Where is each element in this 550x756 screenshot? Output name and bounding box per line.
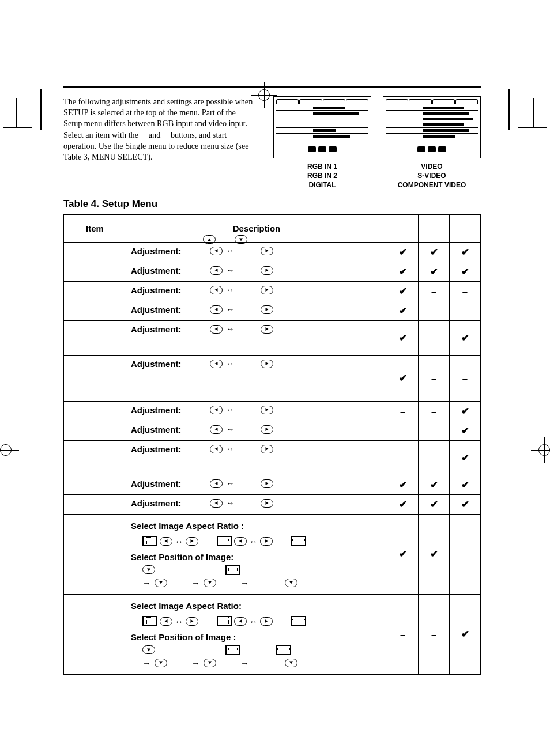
check-icon: ✔ [399, 332, 407, 343]
right-button-icon [260, 537, 273, 546]
right-button-icon [261, 305, 273, 314]
table-row: Select Image Aspect Ratio :↔↔Select Posi… [64, 514, 481, 594]
col-c3-cell: ✔ [450, 320, 481, 355]
left-button-icon [210, 479, 223, 488]
col-c1-cell: ✔ [387, 320, 419, 355]
left-button-icon [160, 537, 172, 546]
dash-icon: – [400, 426, 405, 436]
right-button-icon [261, 247, 273, 255]
select-position-label: Select Position of Image: [131, 549, 382, 565]
check-icon: ✔ [430, 247, 438, 258]
item-cell [64, 475, 126, 494]
right-button-icon [186, 537, 198, 546]
left-button-icon [210, 445, 223, 453]
col-c2-cell: ✔ [419, 494, 450, 514]
left-button-icon [234, 537, 247, 546]
dash-icon: – [431, 453, 436, 463]
dash-icon: – [431, 629, 436, 639]
adjustment-label: Adjustment: [131, 444, 182, 454]
aspect-icon [291, 616, 306, 626]
left-button-icon [210, 325, 223, 334]
right-button-icon [261, 445, 273, 453]
down-button-icon [142, 645, 155, 654]
item-cell [64, 421, 126, 440]
intro-paragraph: The following adjustments and settings a… [63, 96, 254, 162]
lrarrow-icon: ↔ [226, 479, 234, 488]
lrarrow-icon: ↔ [226, 444, 234, 453]
col-c1-cell: – [387, 440, 419, 475]
right-button-icon [260, 617, 273, 626]
col-c2-cell: ✔ [419, 242, 450, 262]
item-cell [64, 262, 126, 281]
dash-icon: – [431, 426, 436, 436]
check-icon: ✔ [399, 286, 407, 297]
check-icon: ✔ [461, 266, 469, 277]
desc-cell: Adjustment:↔ [126, 475, 387, 494]
table-row: Select Image Aspect Ratio:↔↔Select Posit… [64, 594, 481, 674]
check-icon: ✔ [461, 332, 469, 343]
right-button-icon [261, 479, 273, 488]
item-cell [64, 401, 126, 421]
desc-cell: Adjustment:↔ [126, 401, 387, 421]
col-c3-cell: – [450, 281, 481, 301]
table-row: Adjustment:↔✔✔✔ [64, 475, 481, 494]
down-button-icon [155, 659, 167, 667]
adjustment-label: Adjustment: [131, 324, 182, 334]
col-c2-cell: – [419, 401, 450, 421]
adjustment-label: Adjustment: [131, 285, 182, 295]
left-button-icon [210, 499, 223, 508]
desc-cell: Adjustment:↔ [126, 421, 387, 440]
fig-caption-digital: DIGITAL [273, 180, 371, 190]
dash-icon: – [400, 453, 405, 463]
left-button-icon [234, 617, 247, 626]
col-c2-cell: – [419, 421, 450, 440]
col-c3-cell: ✔ [450, 421, 481, 440]
lrarrow-icon: ↔ [226, 359, 234, 368]
col-c2-cell: ✔ [419, 262, 450, 281]
col-c1-cell: ✔ [387, 242, 419, 262]
item-cell [64, 494, 126, 514]
down-button-icon [285, 659, 297, 667]
adjustment-label: Adjustment: [131, 246, 182, 256]
table-row: Adjustment:↔✔–– [64, 281, 481, 301]
fig-caption-rgb1: RGB IN 1 [273, 162, 371, 171]
right-button-icon [261, 425, 273, 434]
check-icon: ✔ [461, 452, 469, 463]
dash-icon: – [400, 406, 405, 416]
down-button-icon [204, 579, 216, 587]
lrarrow-icon: ↔ [226, 405, 234, 414]
lrarrow-icon: ↔ [226, 324, 234, 334]
col-c2-cell: – [419, 594, 450, 674]
item-cell [64, 514, 126, 594]
col-c3-cell: ✔ [450, 262, 481, 281]
right-button-icon [261, 360, 273, 368]
table-title: Table 4. Setup Menu [63, 198, 481, 210]
down-button-icon [142, 565, 155, 574]
fig-caption-video: VIDEO [383, 162, 481, 171]
select-aspect-label: Select Image Aspect Ratio : [131, 518, 382, 534]
col-c1-cell: ✔ [387, 262, 419, 281]
table-row: Adjustment:↔✔✔✔ [64, 242, 481, 262]
col-c1-cell: ✔ [387, 355, 419, 401]
lrarrow-icon: ↔ [226, 305, 234, 314]
select-position-label: Select Position of Image : [131, 629, 382, 645]
lrarrow-icon: ↔ [226, 285, 234, 294]
right-button-icon [261, 325, 273, 334]
col-item: Item [64, 214, 126, 242]
col-c3-cell: ✔ [450, 401, 481, 421]
down-button-icon [285, 579, 297, 587]
col-c3-cell: – [450, 301, 481, 320]
col-c1-cell: ✔ [387, 301, 419, 320]
desc-cell: Adjustment:↔ [126, 440, 387, 475]
aspect-icon [142, 536, 157, 546]
check-icon: ✔ [430, 266, 438, 277]
check-icon: ✔ [399, 247, 407, 258]
dash-icon: – [462, 373, 467, 383]
col-c1-cell: ✔ [387, 281, 419, 301]
desc-cell: Adjustment:↔ [126, 262, 387, 281]
adjustment-label: Adjustment: [131, 359, 182, 369]
table-row: Adjustment:↔✔–– [64, 355, 481, 401]
right-button-icon [261, 286, 273, 294]
col-c3-cell: ✔ [450, 440, 481, 475]
left-button-icon [210, 360, 223, 368]
